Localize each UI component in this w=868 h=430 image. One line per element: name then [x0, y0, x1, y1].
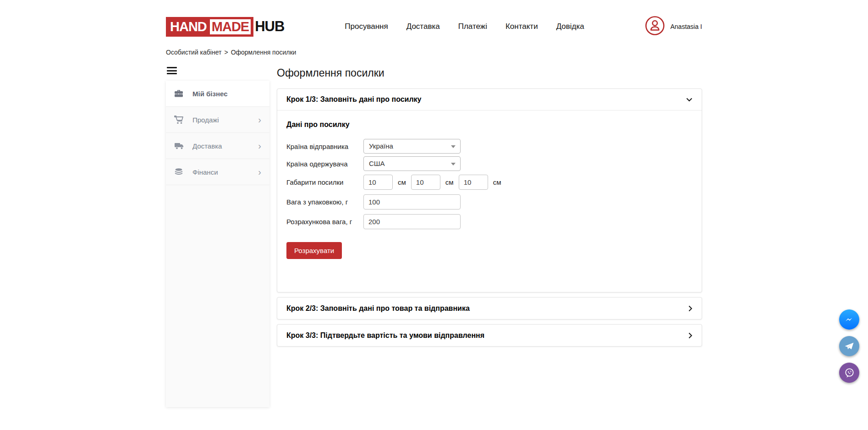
breadcrumb-parcel-checkout[interactable]: Оформлення посилки: [231, 49, 297, 56]
chevron-right-icon: ›: [258, 141, 261, 150]
main-nav: Просування Доставка Платежі Контакти Дов…: [284, 22, 644, 31]
accordion-step1-header[interactable]: Крок 1/3: Заповніть дані про посилку: [277, 89, 702, 110]
accordion-step3: Крок 3/3: Підтвердьте вартість та умови …: [277, 324, 702, 347]
step3-title: Крок 3/3: Підтвердьте вартість та умови …: [286, 331, 484, 340]
dimension-width-input[interactable]: [411, 175, 440, 190]
logo-hub-text: HUB: [255, 18, 284, 35]
sender-country-select[interactable]: Україна: [363, 139, 461, 154]
nav-item-delivery[interactable]: Доставка: [407, 22, 440, 31]
step2-title: Крок 2/3: Заповніть дані про товар та ві…: [286, 304, 470, 313]
truck-icon: [174, 142, 185, 150]
parcel-form: Дані про посилку Країна відправника Укра…: [277, 110, 702, 292]
logo-red-box: HANDMADE: [166, 17, 253, 37]
accordion-step3-header[interactable]: Крок 3/3: Підтвердьте вартість та умови …: [277, 324, 702, 347]
messenger-icon[interactable]: [839, 309, 859, 330]
telegram-icon[interactable]: [839, 336, 859, 356]
accordion-step2-header[interactable]: Крок 2/3: Заповніть дані про товар та ві…: [277, 297, 702, 320]
weight-label: Вага з упаковкою, г: [286, 198, 363, 206]
chevron-right-icon: ›: [258, 115, 261, 124]
sidebar-item-label: Продажі: [192, 116, 258, 124]
nav-item-help[interactable]: Довідка: [556, 22, 584, 31]
weight-input[interactable]: [363, 194, 461, 209]
nav-item-contacts[interactable]: Контакти: [505, 22, 538, 31]
sidebar: Мій бізнес Продажі ›: [166, 65, 269, 407]
recipient-country-label: Країна одержувача: [286, 160, 363, 168]
chevron-right-icon: [688, 305, 692, 312]
sidebar-item-label: Мій бізнес: [192, 90, 261, 98]
logo-made-text: MADE: [210, 19, 251, 34]
step1-title: Крок 1/3: Заповніть дані про посилку: [286, 95, 422, 104]
calc-weight-input[interactable]: [363, 214, 461, 229]
main-content: Оформлення посилки Крок 1/3: Заповніть д…: [277, 65, 702, 347]
recipient-country-select[interactable]: США: [363, 156, 461, 171]
cart-icon: [174, 116, 185, 124]
sidebar-item-label: Фінанси: [192, 168, 258, 176]
breadcrumb: Особистий кабінет>Оформлення посилки: [166, 49, 702, 56]
accordion-step1: Крок 1/3: Заповніть дані про посилку Дан…: [277, 88, 702, 292]
breadcrumb-separator: >: [224, 49, 228, 56]
briefcase-icon: [174, 89, 185, 98]
hamburger-menu-icon[interactable]: [167, 67, 177, 74]
header: HANDMADEHUB Просування Доставка Платежі …: [166, 16, 702, 38]
page-title: Оформлення посилки: [277, 67, 702, 79]
sidebar-item-delivery[interactable]: Доставка ›: [166, 133, 269, 159]
unit-cm: см: [493, 178, 501, 186]
viber-icon[interactable]: [839, 363, 859, 383]
sidebar-panel: Мій бізнес Продажі ›: [166, 81, 269, 407]
calculate-button[interactable]: Розрахувати: [286, 242, 342, 259]
unit-cm: см: [445, 178, 454, 186]
breadcrumb-personal-cabinet[interactable]: Особистий кабінет: [166, 49, 221, 56]
calc-weight-label: Розрахункова вага, г: [286, 218, 363, 226]
dimension-length-input[interactable]: [363, 175, 393, 190]
dimension-height-input[interactable]: [459, 175, 488, 190]
user-avatar-icon: [645, 16, 665, 38]
social-widgets: [839, 309, 859, 383]
nav-item-payments[interactable]: Платежі: [458, 22, 487, 31]
sender-country-label: Країна відправника: [286, 143, 363, 150]
sidebar-item-finance[interactable]: Фінанси ›: [166, 159, 269, 185]
chevron-right-icon: [688, 332, 692, 339]
coins-icon: [174, 168, 185, 176]
unit-cm: см: [398, 178, 406, 186]
chevron-down-icon: [686, 98, 692, 102]
sidebar-item-label: Доставка: [192, 142, 258, 150]
nav-item-promotion[interactable]: Просування: [345, 22, 388, 31]
chevron-right-icon: ›: [258, 167, 261, 176]
sidebar-item-sales[interactable]: Продажі ›: [166, 107, 269, 133]
form-section-title: Дані про посилку: [286, 121, 692, 129]
user-account-button[interactable]: Anastasia I: [645, 16, 702, 38]
logo-hand-text: HAND: [169, 19, 208, 34]
dimensions-label: Габарити посилки: [286, 178, 363, 186]
accordion-step2: Крок 2/3: Заповніть дані про товар та ві…: [277, 297, 702, 320]
handmade-hub-logo[interactable]: HANDMADEHUB: [166, 17, 284, 37]
sidebar-item-my-business[interactable]: Мій бізнес: [166, 81, 269, 107]
user-name: Anastasia I: [670, 23, 702, 30]
